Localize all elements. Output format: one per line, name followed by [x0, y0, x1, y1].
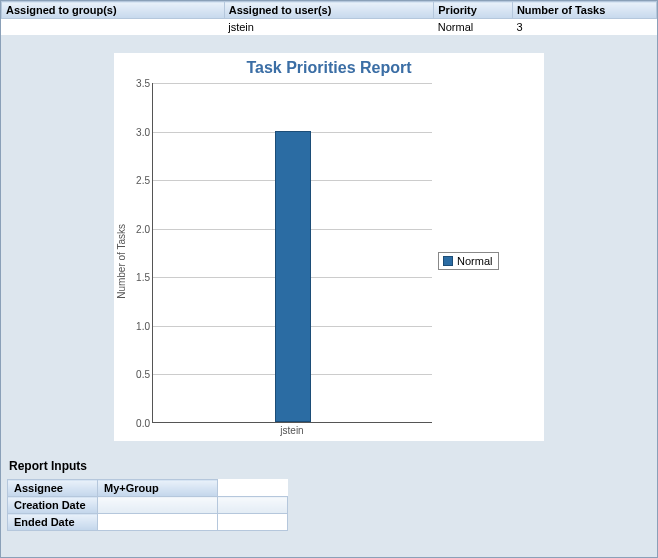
input-value-assignee: My+Group: [98, 480, 218, 497]
legend-swatch: [443, 256, 453, 266]
chart-y-tick-label: 3.5: [126, 78, 150, 89]
input-cell[interactable]: [98, 514, 218, 531]
chart-panel: Task Priorities Report Number of Tasks 0…: [114, 53, 544, 441]
input-label-assignee: Assignee: [8, 480, 98, 497]
chart-y-tick-label: 0.0: [126, 418, 150, 429]
chart-y-tick-label: 2.5: [126, 175, 150, 186]
input-cell[interactable]: [218, 497, 288, 514]
chart-y-tick-label: 1.0: [126, 320, 150, 331]
input-row-ended-date: Ended Date: [8, 514, 288, 531]
table-row[interactable]: jstein Normal 3: [2, 19, 657, 36]
chart-y-tick-label: 2.0: [126, 223, 150, 234]
cell-user: jstein: [224, 19, 434, 36]
chart-plot-area: [152, 83, 432, 423]
tasks-table: Assigned to group(s) Assigned to user(s)…: [1, 1, 657, 35]
chart-y-tick-label: 3.0: [126, 126, 150, 137]
input-cell[interactable]: [218, 514, 288, 531]
chart-legend: Normal: [438, 252, 499, 270]
report-inputs-heading: Report Inputs: [9, 459, 657, 473]
col-assigned-user[interactable]: Assigned to user(s): [224, 2, 434, 19]
table-header-row: Assigned to group(s) Assigned to user(s)…: [2, 2, 657, 19]
chart-gridline: [153, 83, 432, 84]
col-priority[interactable]: Priority: [434, 2, 513, 19]
chart-bar: [275, 131, 311, 422]
input-row-creation-date: Creation Date: [8, 497, 288, 514]
col-number-of-tasks[interactable]: Number of Tasks: [512, 2, 656, 19]
chart-x-tick-label: jstein: [280, 425, 303, 436]
input-label-creation-date: Creation Date: [8, 497, 98, 514]
input-cell[interactable]: [98, 497, 218, 514]
input-row-assignee: Assignee My+Group: [8, 480, 288, 497]
cell-count: 3: [512, 19, 656, 36]
chart-title: Task Priorities Report: [114, 59, 544, 77]
cell-priority: Normal: [434, 19, 513, 36]
chart-y-tick-label: 0.5: [126, 369, 150, 380]
chart-y-ticks: 0.00.51.01.52.02.53.03.5: [128, 83, 152, 423]
col-assigned-group[interactable]: Assigned to group(s): [2, 2, 225, 19]
chart-x-ticks: jstein: [152, 423, 432, 439]
chart-y-tick-label: 1.5: [126, 272, 150, 283]
report-inputs-table: Assignee My+Group Creation Date Ended Da…: [7, 479, 288, 531]
chart-y-axis-label: Number of Tasks: [116, 224, 127, 299]
input-label-ended-date: Ended Date: [8, 514, 98, 531]
cell-group: [2, 19, 225, 36]
legend-label: Normal: [457, 255, 492, 267]
